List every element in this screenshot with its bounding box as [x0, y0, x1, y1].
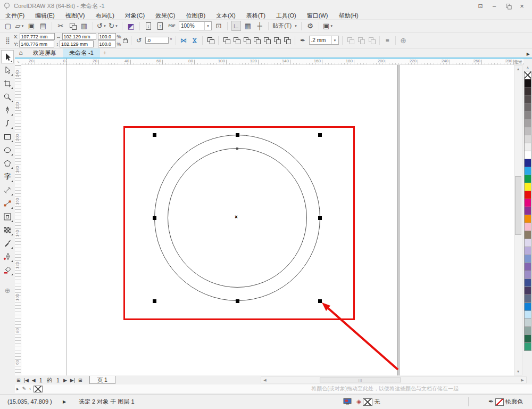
color-swatch-34[interactable] — [524, 342, 531, 351]
menu-item-6[interactable]: 位图(B) — [180, 12, 211, 20]
export-icon[interactable]: ↑ — [155, 21, 165, 31]
selection-handle[interactable] — [236, 133, 239, 137]
color-swatch-2[interactable] — [524, 87, 531, 95]
show-grid-icon[interactable]: ▦ — [243, 21, 253, 31]
color-swatch-24[interactable] — [524, 263, 531, 271]
color-swatch-32[interactable] — [524, 326, 531, 335]
launcher-dropdown-icon[interactable]: ▼ — [330, 24, 333, 28]
minimize-button[interactable]: – — [487, 3, 501, 9]
color-swatch-15[interactable] — [524, 191, 531, 199]
color-swatch-25[interactable] — [524, 271, 531, 279]
horizontal-scrollbar[interactable]: ◀ ||| ▶ — [261, 377, 527, 383]
menu-item-7[interactable]: 文本(X) — [211, 12, 241, 20]
application-launcher-icon[interactable]: ▣▼ — [323, 21, 333, 31]
status-flyout-icon[interactable]: ▶ — [63, 395, 66, 409]
create-boundary-button[interactable] — [282, 36, 292, 45]
outline-color-status[interactable]: ✒ 轮廓色 — [488, 395, 523, 409]
tab-scroll-right-icon[interactable]: ▶ — [527, 52, 530, 56]
scale-x-input[interactable] — [98, 33, 116, 40]
palette-eyedropper-icon[interactable]: ✎ — [21, 386, 28, 391]
color-swatch-17[interactable] — [524, 207, 531, 215]
menu-item-9[interactable]: 工具(O) — [271, 12, 302, 20]
color-swatch-13[interactable] — [524, 175, 531, 183]
document-color-settings-icon[interactable] — [343, 398, 352, 405]
menu-item-11[interactable]: 帮助(H) — [333, 12, 363, 20]
scroll-right-icon[interactable]: ▶ — [519, 378, 526, 382]
scroll-down-icon[interactable]: ▼ — [514, 368, 522, 375]
redo-dropdown-icon[interactable]: ▼ — [115, 24, 118, 28]
search-content-icon[interactable]: ◩ — [126, 21, 136, 31]
connector-tool[interactable] — [1, 197, 14, 210]
shape-tool[interactable] — [1, 63, 14, 77]
no-color-swatch[interactable] — [524, 71, 531, 79]
x-position-input[interactable] — [20, 33, 55, 40]
selection-handle[interactable] — [153, 133, 156, 137]
height-input[interactable] — [60, 40, 94, 47]
first-page-icon[interactable]: |◀ — [22, 378, 30, 383]
previous-page-icon[interactable]: ◀ — [30, 378, 37, 383]
text-tool[interactable]: 字 — [1, 170, 14, 183]
zoom-tool[interactable] — [1, 90, 14, 103]
menu-item-10[interactable]: 窗口(W) — [302, 12, 334, 20]
color-swatch-30[interactable] — [524, 310, 531, 319]
paste-icon[interactable]: ▥ — [79, 21, 89, 31]
cut-icon[interactable]: ✂ — [56, 21, 65, 31]
add-page-icon[interactable]: ⊞ — [77, 378, 84, 383]
horizontal-ruler[interactable]: 毫米 2002040608010012014016018020022024026… — [21, 59, 523, 65]
mirror-vertical-icon[interactable]: ⋈ — [189, 36, 199, 45]
object-order-icon[interactable] — [206, 36, 215, 45]
color-swatch-20[interactable] — [524, 231, 531, 239]
restore-button[interactable] — [501, 2, 515, 10]
mirror-horizontal-icon[interactable]: ⋈ — [179, 36, 188, 45]
drop-shadow-tool[interactable] — [1, 210, 14, 223]
vertical-ruler[interactable]: 2402202001801601401201008060 — [15, 65, 21, 375]
color-swatch-7[interactable] — [524, 127, 531, 135]
color-swatch-18[interactable] — [524, 215, 531, 223]
save-icon[interactable]: ▣ — [27, 21, 36, 31]
vertical-scrollbar[interactable]: ▲ ▼ — [514, 65, 522, 375]
snap-dropdown-icon[interactable]: ▼ — [294, 24, 297, 28]
back-minus-front-button[interactable] — [272, 36, 281, 45]
y-position-input[interactable] — [19, 40, 54, 47]
interactive-fill-tool[interactable] — [1, 263, 14, 276]
width-input[interactable] — [62, 33, 96, 40]
selection-handle[interactable] — [236, 299, 239, 303]
color-swatch-28[interactable] — [524, 295, 531, 303]
freehand-tool[interactable] — [1, 103, 14, 117]
scroll-left-icon[interactable]: ◀ — [261, 378, 269, 382]
artistic-media-tool[interactable] — [1, 117, 14, 130]
color-swatch-9[interactable] — [524, 143, 531, 151]
trim-button[interactable] — [232, 36, 241, 45]
fullscreen-preview-icon[interactable]: ⊡ — [214, 21, 223, 31]
color-swatch-4[interactable] — [524, 103, 531, 111]
weld-button[interactable] — [222, 36, 231, 45]
color-swatch-26[interactable] — [524, 279, 531, 287]
color-swatch-11[interactable] — [524, 159, 531, 167]
show-rulers-icon[interactable]: ∟ — [231, 21, 241, 31]
front-minus-back-button[interactable] — [262, 36, 271, 45]
import-icon[interactable]: ↓ — [144, 21, 153, 31]
color-swatch-6[interactable] — [524, 119, 531, 127]
print-icon[interactable]: ▤ — [38, 21, 48, 31]
page-1-tab[interactable]: 页 1 — [89, 376, 115, 384]
next-page-icon[interactable]: ▶ — [62, 378, 69, 383]
new-document-tab-button[interactable]: + — [100, 48, 110, 58]
close-button[interactable]: × — [515, 2, 529, 10]
selection-handle[interactable] — [318, 133, 322, 137]
customize-toolbox-button[interactable]: ⊕ — [1, 284, 14, 297]
redo-icon[interactable]: ↻▼ — [109, 21, 118, 31]
color-swatch-1[interactable] — [524, 79, 531, 87]
menu-item-0[interactable]: 文件(F) — [0, 12, 30, 20]
rotation-angle-input[interactable] — [145, 37, 169, 44]
tab-welcome-screen[interactable]: 欢迎屏幕 — [27, 48, 63, 58]
home-icon[interactable]: ⌂ — [15, 48, 27, 58]
color-swatch-12[interactable] — [524, 167, 531, 175]
color-swatch-29[interactable] — [524, 302, 531, 311]
parallel-dimension-tool[interactable] — [1, 183, 14, 197]
ruler-origin-button[interactable]: ↘ — [15, 59, 21, 65]
color-eyedropper-tool[interactable] — [1, 236, 14, 250]
outline-width-dropdown-icon[interactable]: ▼ — [331, 36, 337, 44]
color-swatch-8[interactable] — [524, 135, 531, 143]
publish-pdf-icon[interactable]: PDF — [167, 21, 177, 31]
menu-item-1[interactable]: 编辑(E) — [30, 12, 60, 20]
